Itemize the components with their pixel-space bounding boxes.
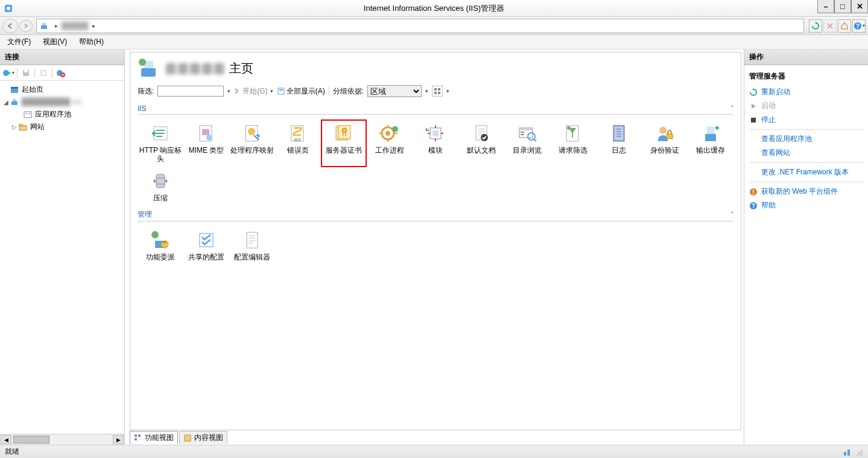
feature-server-certificates[interactable]: 服务器证书 bbox=[321, 119, 367, 167]
menu-help[interactable]: 帮助(H) bbox=[75, 36, 107, 48]
svg-rect-21 bbox=[28, 113, 30, 115]
toolbar-sep-1 bbox=[17, 68, 17, 78]
actions-list: 管理服务器 重新启动 启动 停止 查看应用程序池 查看网站 bbox=[744, 65, 868, 216]
feature-label: 身份验证 bbox=[650, 146, 679, 154]
resize-grip-icon[interactable] bbox=[855, 448, 863, 456]
action-view-sites[interactable]: 查看网站 bbox=[749, 146, 863, 160]
section-collapse-iis[interactable]: ˆ bbox=[731, 105, 733, 113]
refresh-icon[interactable] bbox=[809, 19, 822, 33]
menu-view[interactable]: 视图(V) bbox=[39, 36, 71, 48]
svg-point-36 bbox=[206, 135, 212, 141]
filter-go[interactable]: 开始(G)▾ bbox=[234, 86, 273, 97]
feature-configuration-editor[interactable]: 配置编辑器 bbox=[229, 226, 275, 265]
svg-rect-62 bbox=[667, 134, 673, 139]
svg-point-8 bbox=[3, 70, 9, 76]
nav-right-icons: ?▾ bbox=[809, 19, 866, 33]
feature-handler-mappings[interactable]: 处理程序映射 bbox=[229, 119, 275, 167]
action-stop[interactable]: 停止 bbox=[749, 113, 863, 127]
svg-point-38 bbox=[248, 128, 255, 135]
left-scrollbar[interactable]: ◀ ▶ bbox=[0, 434, 124, 445]
server-remove-icon[interactable] bbox=[55, 67, 67, 79]
stop-nav-icon[interactable] bbox=[823, 19, 837, 33]
action-help[interactable]: ? 帮助 bbox=[749, 199, 863, 212]
warning-icon: ! bbox=[749, 188, 758, 196]
scroll-right-arrow[interactable]: ▶ bbox=[113, 435, 124, 444]
disconnect-icon[interactable] bbox=[37, 67, 49, 79]
svg-rect-27 bbox=[278, 88, 284, 94]
feature-shared-configuration[interactable]: 共享的配置 bbox=[183, 226, 229, 265]
maximize-button[interactable]: □ bbox=[834, 0, 851, 13]
nav-back-button[interactable] bbox=[2, 19, 18, 33]
page-title-suffix: 主页 bbox=[226, 62, 253, 75]
action-change-net-framework[interactable]: 更改 .NET Framework 版本 bbox=[749, 165, 863, 179]
view-mode-button[interactable] bbox=[432, 86, 443, 97]
http-response-headers-icon bbox=[150, 123, 171, 144]
tree-start-page[interactable]: 起始页 bbox=[0, 83, 124, 96]
tree-app-pools[interactable]: 应用程序池 bbox=[0, 108, 124, 121]
action-restart[interactable]: 重新启动 bbox=[749, 85, 863, 99]
feature-error-pages[interactable]: 404错误页 bbox=[275, 119, 321, 167]
svg-rect-16 bbox=[11, 87, 18, 89]
svg-rect-71 bbox=[247, 232, 258, 248]
filter-input[interactable] bbox=[157, 86, 224, 97]
feature-feature-delegation[interactable]: 功能委派 bbox=[138, 226, 183, 265]
feature-label: 目录浏览 bbox=[513, 146, 542, 154]
section-header-iis: IIS ˆ bbox=[138, 104, 733, 115]
feature-directory-browsing[interactable]: 目录浏览 bbox=[504, 119, 550, 167]
tree-label: 网站 bbox=[30, 122, 45, 132]
close-button[interactable]: ✕ bbox=[851, 0, 868, 13]
section-collapse-management[interactable]: ˆ bbox=[731, 211, 733, 220]
home-icon[interactable] bbox=[838, 19, 851, 33]
filter-show-all[interactable]: 全部显示(A) bbox=[277, 86, 325, 97]
action-view-app-pools[interactable]: 查看应用程序池 bbox=[749, 132, 863, 146]
save-icon[interactable] bbox=[20, 67, 32, 79]
feature-worker-processes[interactable]: 工作进程 bbox=[367, 119, 413, 167]
action-get-web-platform[interactable]: ! 获取新的 Web 平台组件 bbox=[749, 185, 863, 199]
svg-text:?: ? bbox=[752, 203, 755, 209]
expander-icon[interactable]: ◢ bbox=[2, 99, 10, 106]
spacer-icon bbox=[749, 135, 758, 144]
start-page-icon bbox=[10, 85, 19, 95]
svg-point-61 bbox=[659, 127, 667, 134]
svg-rect-2 bbox=[41, 25, 47, 29]
scroll-thumb[interactable] bbox=[13, 436, 49, 444]
nav-forward-button[interactable] bbox=[19, 20, 33, 32]
svg-rect-23 bbox=[19, 124, 22, 126]
minimize-button[interactable]: – bbox=[817, 0, 834, 13]
expander-icon[interactable]: ▷ bbox=[11, 124, 18, 130]
feature-label: 工作进程 bbox=[375, 146, 404, 154]
group-by-select[interactable]: 区域 bbox=[367, 85, 422, 97]
feature-output-caching[interactable]: 输出缓存 bbox=[688, 119, 733, 167]
tab-features-view[interactable]: 功能视图 bbox=[130, 431, 178, 444]
menu-file[interactable]: 文件(F) bbox=[4, 36, 34, 48]
tab-label: 内容视图 bbox=[194, 433, 223, 443]
svg-rect-3 bbox=[42, 23, 46, 25]
feature-mime-types[interactable]: MIME 类型 bbox=[183, 119, 229, 167]
feature-request-filtering[interactable]: 请求筛选 bbox=[550, 119, 596, 167]
svg-rect-32 bbox=[438, 92, 440, 94]
action-label: 更改 .NET Framework 版本 bbox=[761, 167, 849, 177]
svg-rect-82 bbox=[847, 450, 850, 456]
svg-rect-31 bbox=[434, 92, 437, 94]
scroll-left-arrow[interactable]: ◀ bbox=[1, 435, 11, 444]
tree-sites[interactable]: ▷ 网站 bbox=[0, 121, 124, 133]
compression-icon bbox=[150, 171, 171, 191]
feature-modules[interactable]: 模块 bbox=[413, 119, 458, 167]
breadcrumb[interactable]: ▸ ▉▉▉▉▉ ▸ bbox=[36, 19, 804, 33]
logging-icon bbox=[609, 123, 629, 144]
tab-label: 功能视图 bbox=[145, 433, 174, 443]
help-nav-icon[interactable]: ?▾ bbox=[852, 19, 866, 33]
action-label: 启动 bbox=[761, 101, 776, 111]
connect-icon[interactable]: ▾ bbox=[2, 67, 14, 79]
tab-content-view[interactable]: 内容视图 bbox=[179, 431, 227, 444]
feature-authentication[interactable]: 身份验证 bbox=[642, 119, 688, 167]
feature-compression[interactable]: 压缩 bbox=[138, 167, 183, 206]
stop-icon bbox=[749, 116, 758, 124]
app-pools-icon bbox=[23, 110, 33, 119]
feature-http-response-headers[interactable]: HTTP 响应标头 bbox=[138, 119, 183, 167]
feature-logging[interactable]: 日志 bbox=[596, 119, 642, 167]
bottom-tabs: 功能视图 内容视图 bbox=[130, 430, 741, 445]
tree-server[interactable]: ◢ ▉▉▉▉▉▉▉▉▉ Ad bbox=[0, 96, 124, 108]
server-certificates-icon bbox=[334, 123, 354, 144]
feature-default-document[interactable]: 默认文档 bbox=[458, 119, 504, 167]
